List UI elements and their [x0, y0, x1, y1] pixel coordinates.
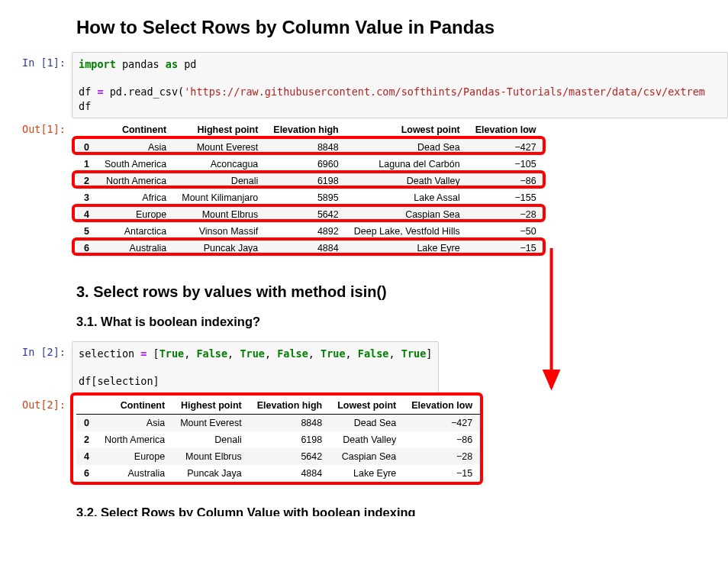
table-cell: 5895	[266, 189, 346, 206]
table-cell: Death Valley	[330, 431, 404, 448]
table-row: 3AfricaMount Kilimanjaro5895Lake Assal−1…	[76, 189, 544, 206]
dataframe-1: ContinentHighest pointElevation highLowe…	[76, 121, 544, 257]
table-row: 5AntarcticaVinson Massif4892Deep Lake, V…	[76, 223, 544, 240]
table-cell: South America	[97, 156, 174, 173]
table-row: 0AsiaMount Everest8848Dead Sea−427	[76, 138, 544, 156]
table-cell: −86	[468, 173, 544, 189]
table-row: 6AustraliaPuncak Jaya4884Lake Eyre−15	[76, 240, 544, 257]
table-cell: −86	[404, 431, 480, 448]
table-cell: Vinson Massif	[174, 223, 266, 240]
table-cell: −105	[468, 156, 544, 173]
code-input-2[interactable]: selection = [True, False, True, False, T…	[72, 341, 439, 394]
table-cell: North America	[97, 173, 174, 189]
table-cell: Puncak Jaya	[174, 240, 266, 257]
table-row: 1South AmericaAconcagua6960Laguna del Ca…	[76, 156, 544, 173]
table-cell: Mount Everest	[172, 414, 250, 431]
table-cell: Laguna del Carbón	[346, 156, 468, 173]
column-header: Elevation high	[250, 397, 330, 415]
table-cell: Africa	[97, 189, 174, 206]
table-cell: 8848	[266, 138, 346, 156]
table-cell: Lake Assal	[346, 189, 468, 206]
table-cell: 5642	[250, 448, 330, 465]
out-prompt-1: Out[1]:	[0, 118, 72, 135]
section-3-title: 3. Select rows by values with method isi…	[76, 283, 728, 301]
table-row: 6AustraliaPuncak Jaya4884Lake Eyre−15	[76, 465, 480, 482]
column-header: Continent	[97, 397, 172, 415]
table-cell: Europe	[97, 206, 174, 223]
out-prompt-2: Out[2]:	[0, 394, 72, 411]
table-cell: Mount Elbrus	[172, 448, 250, 465]
table-cell: 4884	[266, 240, 346, 257]
table-cell: 8848	[250, 414, 330, 431]
table-cell: Mount Elbrus	[174, 206, 266, 223]
table-cell: Mount Everest	[174, 138, 266, 156]
table-cell: −427	[404, 414, 480, 431]
table-row: 0AsiaMount Everest8848Dead Sea−427	[76, 414, 480, 431]
column-header: Elevation high	[266, 121, 346, 139]
row-index: 4	[76, 206, 97, 223]
code-input-1[interactable]: import pandas as pd df = pd.read_csv('ht…	[72, 52, 728, 118]
table-cell: 5642	[266, 206, 346, 223]
table-row: 2North AmericaDenali6198Death Valley−86	[76, 173, 544, 189]
row-index: 0	[76, 138, 97, 156]
table-cell: Deep Lake, Vestfold Hills	[346, 223, 468, 240]
column-header: Lowest point	[346, 121, 468, 139]
table-cell: Asia	[97, 138, 174, 156]
code-cell-2: In [2]: selection = [True, False, True, …	[0, 341, 728, 394]
dataframe-2: ContinentHighest pointElevation highLowe…	[76, 397, 480, 482]
table-row: 2North AmericaDenali6198Death Valley−86	[76, 431, 480, 448]
table-cell: −15	[468, 240, 544, 257]
row-index: 5	[76, 223, 97, 240]
table-cell: Caspian Sea	[330, 448, 404, 465]
column-header: Elevation low	[468, 121, 544, 139]
row-index: 6	[76, 465, 97, 482]
code-cell-1: In [1]: import pandas as pd df = pd.read…	[0, 52, 728, 118]
table-cell: −50	[468, 223, 544, 240]
table-cell: Europe	[97, 448, 172, 465]
in-prompt-2: In [2]:	[0, 341, 72, 358]
table-cell: −28	[404, 448, 480, 465]
table-cell: Asia	[97, 414, 172, 431]
row-index: 2	[76, 431, 97, 448]
column-header: Lowest point	[330, 397, 404, 415]
in-prompt-1: In [1]:	[0, 52, 72, 69]
table-cell: Australia	[97, 465, 172, 482]
table-cell: Dead Sea	[346, 138, 468, 156]
table-cell: North America	[97, 431, 172, 448]
row-index: 3	[76, 189, 97, 206]
table-cell: Denali	[172, 431, 250, 448]
row-index: 6	[76, 240, 97, 257]
table-cell: −427	[468, 138, 544, 156]
output-cell-1: Out[1]: ContinentHighest pointElevation …	[0, 118, 728, 262]
dataframe-1-wrapper: ContinentHighest pointElevation highLowe…	[76, 121, 544, 257]
table-row: 4EuropeMount Elbrus5642Caspian Sea−28	[76, 448, 480, 465]
row-index: 0	[76, 414, 97, 431]
table-cell: 4884	[250, 465, 330, 482]
table-cell: Lake Eyre	[346, 240, 468, 257]
table-cell: 6198	[250, 431, 330, 448]
table-cell: −155	[468, 189, 544, 206]
notebook-container: How to Select Rows by Column Value in Pa…	[0, 0, 728, 516]
table-cell: Aconcagua	[174, 156, 266, 173]
table-cell: 4892	[266, 223, 346, 240]
table-cell: Puncak Jaya	[172, 465, 250, 482]
section-3-1-title: 3.1. What is boolean indexing?	[76, 315, 728, 329]
dataframe-2-wrapper: ContinentHighest pointElevation highLowe…	[76, 397, 480, 482]
table-cell: 6960	[266, 156, 346, 173]
table-cell: Dead Sea	[330, 414, 404, 431]
column-header: Continent	[97, 121, 174, 139]
row-index: 2	[76, 173, 97, 189]
row-index: 4	[76, 448, 97, 465]
column-header: Highest point	[172, 397, 250, 415]
table-cell: Mount Kilimanjaro	[174, 189, 266, 206]
table-cell: Caspian Sea	[346, 206, 468, 223]
table-row: 4EuropeMount Elbrus5642Caspian Sea−28	[76, 206, 544, 223]
output-cell-2: Out[2]: ContinentHighest pointElevation …	[0, 394, 728, 487]
table-cell: −28	[468, 206, 544, 223]
column-header: Elevation low	[404, 397, 480, 415]
table-cell: Lake Eyre	[330, 465, 404, 482]
table-cell: Denali	[174, 173, 266, 189]
page-title: How to Select Rows by Column Value in Pa…	[76, 17, 728, 38]
table-cell: Death Valley	[346, 173, 468, 189]
section-3-2-title: 3.2. Select Rows by Column Value with bo…	[76, 505, 728, 516]
